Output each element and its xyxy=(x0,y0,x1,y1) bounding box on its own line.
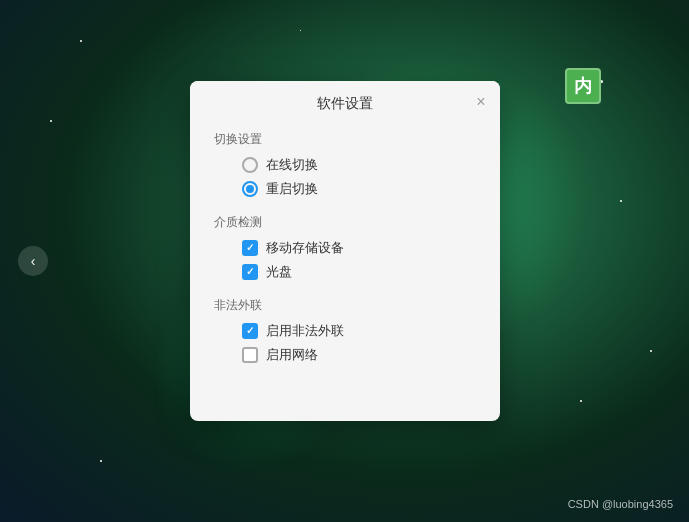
checkbox-optical: ✓ xyxy=(242,264,258,280)
checkbox-label-optical: 光盘 xyxy=(266,263,292,281)
close-button[interactable]: × xyxy=(476,94,485,110)
section-label-switch: 切换设置 xyxy=(214,131,476,148)
checkbox-label-mobile-storage: 移动存储设备 xyxy=(266,239,344,257)
checkbox-item-enable-illegal[interactable]: ✓ 启用非法外联 xyxy=(242,322,476,340)
radio-label-restart: 重启切换 xyxy=(266,180,318,198)
checkbox-group-media: ✓ 移动存储设备 ✓ 光盘 xyxy=(242,239,476,281)
radio-item-restart[interactable]: 重启切换 xyxy=(242,180,476,198)
section-label-media: 介质检测 xyxy=(214,214,476,231)
checkmark-icon: ✓ xyxy=(246,326,254,336)
radio-label-online: 在线切换 xyxy=(266,156,318,174)
checkbox-enable-illegal: ✓ xyxy=(242,323,258,339)
checkbox-mobile-storage: ✓ xyxy=(242,240,258,256)
checkmark-icon: ✓ xyxy=(246,243,254,253)
checkbox-enable-network xyxy=(242,347,258,363)
section-label-illegal: 非法外联 xyxy=(214,297,476,314)
checkbox-label-enable-illegal: 启用非法外联 xyxy=(266,322,344,340)
checkbox-item-mobile-storage[interactable]: ✓ 移动存储设备 xyxy=(242,239,476,257)
checkbox-label-enable-network: 启用网络 xyxy=(266,346,318,364)
dialog-body: 切换设置 在线切换 重启切换 介质检测 ✓ xyxy=(190,123,500,364)
settings-dialog: 软件设置 × 切换设置 在线切换 重启切换 介质检测 xyxy=(190,81,500,421)
dialog-overlay: 软件设置 × 切换设置 在线切换 重启切换 介质检测 xyxy=(0,0,689,522)
checkmark-icon: ✓ xyxy=(246,267,254,277)
radio-circle-restart xyxy=(242,181,258,197)
checkbox-item-enable-network[interactable]: 启用网络 xyxy=(242,346,476,364)
radio-circle-online xyxy=(242,157,258,173)
checkbox-group-illegal: ✓ 启用非法外联 启用网络 xyxy=(242,322,476,364)
dialog-title: 软件设置 xyxy=(317,95,373,113)
radio-group-switch: 在线切换 重启切换 xyxy=(242,156,476,198)
radio-item-online[interactable]: 在线切换 xyxy=(242,156,476,174)
checkbox-item-optical[interactable]: ✓ 光盘 xyxy=(242,263,476,281)
dialog-titlebar: 软件设置 × xyxy=(190,81,500,123)
